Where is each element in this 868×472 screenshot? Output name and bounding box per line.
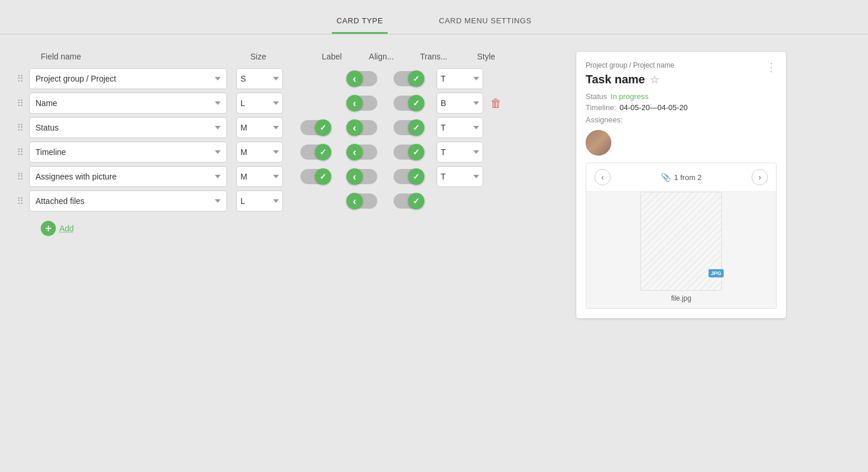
style-select-wrap: TBI [437, 93, 483, 114]
size-select-files[interactable]: SML [236, 191, 283, 212]
card-status-row: Status In progress [586, 92, 777, 101]
carousel-next-button[interactable]: › [752, 169, 768, 185]
table-row: ⠿ Status SML [12, 117, 565, 138]
size-select-assignees[interactable]: SML [236, 166, 283, 187]
label-toggle-status[interactable] [292, 120, 339, 135]
size-select-timeline[interactable]: SML [236, 142, 283, 163]
size-select-status[interactable]: SML [236, 117, 283, 138]
trans-toggle-files[interactable] [385, 193, 432, 209]
card-project: Project group / Project name [586, 61, 777, 69]
align-toggle-project[interactable] [339, 71, 385, 86]
drag-handle[interactable]: ⠿ [12, 196, 29, 207]
table-row: ⠿ Attached files SML [12, 191, 565, 212]
drag-handle[interactable]: ⠿ [12, 122, 29, 133]
field-select-status[interactable]: Status [29, 117, 227, 138]
label-toggle-assignees[interactable] [292, 169, 339, 184]
header-trans: Trans... [408, 52, 460, 61]
drag-handle[interactable]: ⠿ [12, 73, 29, 84]
field-select-wrap: Project group / Project [29, 68, 227, 89]
main-content: Field name Size Label Align... Trans... … [0, 34, 868, 472]
style-select-timeline[interactable]: TBI [437, 142, 483, 163]
carousel-header: ‹ 📎 1 from 2 › [586, 163, 776, 192]
paperclip-icon: 📎 [661, 172, 671, 182]
header-label: Label [309, 52, 355, 61]
label-toggle-timeline[interactable] [292, 145, 339, 160]
header-style: Style [460, 52, 512, 61]
table-row: ⠿ Project group / Project SML [12, 68, 565, 89]
field-select-files[interactable]: Attached files [29, 191, 227, 212]
style-select-wrap: TBI [437, 68, 483, 89]
style-select-wrap: TBI [437, 142, 483, 163]
trans-toggle-name[interactable] [385, 96, 432, 111]
card-title: Task name ☆ [586, 73, 777, 86]
style-select-name[interactable]: TBI [437, 93, 483, 114]
style-select-assignees[interactable]: TBI [437, 166, 483, 187]
status-value: In progress [611, 92, 649, 101]
trans-toggle-timeline[interactable] [385, 145, 432, 160]
header-align: Align... [355, 52, 408, 61]
style-select-wrap: TBI [437, 117, 483, 138]
tabs-bar: CARD TYPE CARD MENU SETTINGS [0, 0, 868, 34]
align-toggle-assignees[interactable] [339, 169, 385, 184]
size-select-wrap: SML [236, 191, 283, 212]
assignee-avatar [586, 130, 611, 156]
field-select-wrap: Attached files [29, 191, 227, 212]
size-select-project[interactable]: SML [236, 68, 283, 89]
field-select-assignees[interactable]: Assignees with picture [29, 166, 227, 187]
carousel-counter: 📎 1 from 2 [661, 172, 702, 182]
size-select-wrap: SML [236, 93, 283, 114]
style-select-status[interactable]: TBI [437, 117, 483, 138]
align-toggle-timeline[interactable] [339, 145, 385, 160]
field-select-name[interactable]: Name [29, 93, 227, 114]
size-select-wrap: SML [236, 166, 283, 187]
field-select-wrap: Name [29, 93, 227, 114]
trans-toggle-status[interactable] [385, 120, 432, 135]
avatar-image [586, 130, 611, 156]
trans-toggle-project[interactable] [385, 71, 432, 86]
add-button[interactable]: + Add [41, 221, 565, 236]
style-select-wrap: TBI [437, 166, 483, 187]
timeline-value: 04-05-20—04-05-20 [619, 103, 688, 112]
align-toggle-name[interactable] [339, 96, 385, 111]
tab-card-menu-settings[interactable]: CARD MENU SETTINGS [434, 9, 536, 34]
add-circle-icon: + [41, 221, 56, 236]
assignees-label: Assignees: [586, 115, 623, 124]
drag-handle[interactable]: ⠿ [12, 147, 29, 158]
style-select-project[interactable]: TBI [437, 68, 483, 89]
timeline-label: Timeline: [586, 103, 616, 112]
field-select-wrap: Timeline [29, 142, 227, 163]
file-name: file.jpg [671, 294, 692, 302]
size-select-name[interactable]: SML [236, 93, 283, 114]
card-preview: ⋮ Project group / Project name Task name… [576, 52, 786, 318]
table-row: ⠿ Name SML [12, 93, 565, 114]
drag-handle[interactable]: ⠿ [12, 171, 29, 182]
field-select-wrap: Assignees with picture [29, 166, 227, 187]
table-row: ⠿ Assignees with picture SML [12, 166, 565, 187]
card-assignees-row: Assignees: [586, 115, 777, 124]
header-size: Size [250, 52, 309, 61]
right-panel: ⋮ Project group / Project name Task name… [576, 52, 786, 460]
status-label: Status [586, 92, 607, 101]
header-field-name: Field name [41, 52, 250, 61]
carousel-prev-button[interactable]: ‹ [594, 169, 611, 185]
table-row: ⠿ Timeline SML [12, 142, 565, 163]
field-select-timeline[interactable]: Timeline [29, 142, 227, 163]
tab-card-type[interactable]: CARD TYPE [332, 9, 388, 34]
more-options-button[interactable]: ⋮ [766, 60, 778, 74]
size-select-wrap: SML [236, 68, 283, 89]
delete-button-name[interactable]: 🗑 [490, 97, 502, 110]
add-label[interactable]: Add [59, 224, 74, 233]
left-panel: Field name Size Label Align... Trans... … [12, 52, 565, 460]
trans-toggle-assignees[interactable] [385, 169, 432, 184]
drag-handle[interactable]: ⠿ [12, 98, 29, 109]
card-title-text: Task name [586, 73, 645, 86]
file-carousel: ‹ 📎 1 from 2 › JPG file.jpg [586, 163, 777, 309]
carousel-counter-text: 1 from 2 [674, 173, 702, 182]
field-select-wrap: Status [29, 117, 227, 138]
star-icon[interactable]: ☆ [650, 73, 659, 86]
table-header: Field name Size Label Align... Trans... … [12, 52, 565, 68]
carousel-body: JPG file.jpg [586, 192, 776, 308]
align-toggle-status[interactable] [339, 120, 385, 135]
field-select-project[interactable]: Project group / Project [29, 68, 227, 89]
align-toggle-files[interactable] [339, 193, 385, 209]
